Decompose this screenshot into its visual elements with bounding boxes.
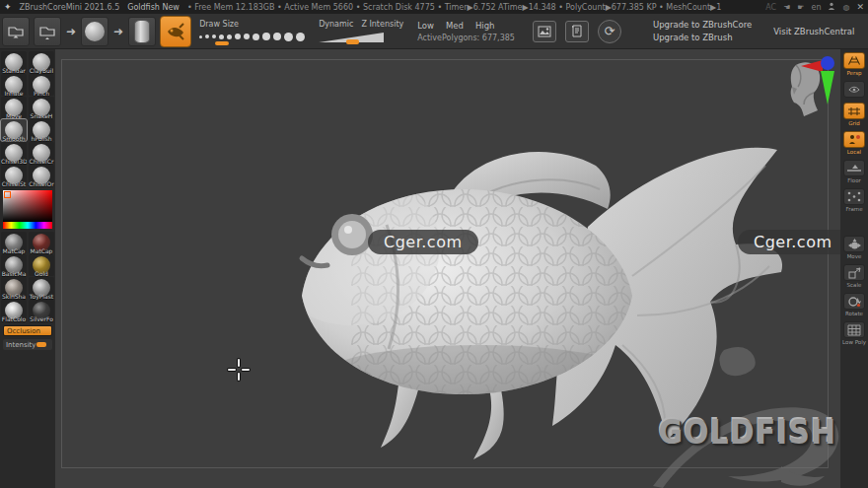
brush-label: SnakeH (29, 112, 54, 119)
brush-pinch[interactable]: Pinch (29, 74, 54, 96)
material-silverfo[interactable]: SilverFo (29, 300, 54, 321)
goldfish-logo-text: GOLDFISH (658, 411, 836, 451)
upgrade-zbrushcore-link[interactable]: Upgrade to ZBrushCore (653, 20, 752, 30)
draw-size-dot[interactable] (199, 35, 202, 38)
brush-move[interactable]: Move (1, 97, 27, 118)
material-toyplast[interactable]: ToyPlast (29, 277, 54, 299)
draw-size-dot[interactable] (219, 35, 224, 39)
persp-icon (843, 52, 865, 69)
color-marker (4, 191, 11, 198)
rotate-icon (843, 293, 865, 310)
brush-palette: StandarClayBuilInflatePinchMoveSnakeHSmo… (1, 51, 54, 186)
material-matcap[interactable]: MatCap (1, 232, 27, 253)
local-button[interactable]: Local (843, 131, 865, 155)
brush-chiselst[interactable]: ChiselSt (1, 165, 27, 186)
user-icon[interactable] (828, 2, 835, 12)
draw-size-control[interactable]: Draw Size (199, 20, 305, 42)
brush-claybuil[interactable]: ClayBuil (29, 51, 54, 73)
brush-chiselor[interactable]: ChiselOr (29, 165, 54, 186)
axis-gizmo[interactable] (797, 53, 842, 108)
brush-label: ChiselOr (29, 180, 54, 187)
draw-size-label: Draw Size (199, 20, 305, 29)
rotate-button[interactable]: Rotate (843, 293, 865, 316)
draw-size-dot[interactable] (227, 35, 232, 39)
upgrade-zbrush-link[interactable]: Upgrade to ZBrush (653, 33, 752, 42)
material-label: BasicMa (1, 270, 27, 277)
hue-bar[interactable] (3, 222, 52, 229)
active-tool-button[interactable] (160, 16, 191, 47)
eye-button[interactable] (843, 81, 865, 98)
occlusion-button[interactable]: Occlusion (3, 325, 52, 336)
z-intensity-label: Z Intensity (361, 20, 403, 29)
draw-size-dot[interactable] (262, 33, 270, 40)
saturation-value-square[interactable] (3, 190, 52, 222)
brush-inflate[interactable]: Inflate (1, 74, 27, 96)
floor-button[interactable]: Floor (843, 160, 865, 183)
help-docs-button[interactable] (565, 21, 589, 42)
draw-size-dot[interactable] (235, 34, 241, 39)
open-file-button[interactable] (2, 17, 30, 46)
zbrushcoremini-window: ✦ ZBrushCoreMini 2021.6.5 Goldfish New •… (0, 0, 868, 488)
draw-size-dot[interactable] (284, 33, 293, 41)
material-skinsha[interactable]: SkinSha (1, 277, 27, 299)
local-icon (843, 131, 865, 148)
visit-zbrushcentral-link[interactable]: Visit ZBrushCentral (773, 27, 854, 36)
draw-size-dot[interactable] (244, 34, 250, 39)
tray-item-label: Local (847, 149, 861, 155)
draw-size-handle[interactable] (215, 41, 229, 45)
intensity-slider[interactable]: Intensity (3, 339, 52, 350)
frame-button[interactable]: Frame (843, 188, 865, 212)
app-icon: ✦ (4, 2, 12, 12)
draw-size-dot[interactable] (205, 35, 209, 38)
tray-item-label: Floor (847, 177, 861, 183)
draw-size-dot[interactable] (253, 34, 259, 40)
top-toolbar: ➜ ➜ Draw Size DynamicZ Intensity Low Med… (0, 14, 868, 49)
material-gold[interactable]: Gold (29, 254, 54, 276)
restore-cylinder-button[interactable] (128, 17, 156, 46)
brush-smooth[interactable]: Smooth (1, 119, 27, 141)
brush-chisel3d[interactable]: Chisel3D (1, 142, 27, 164)
resolution-med-button[interactable]: Med (446, 21, 464, 31)
draw-size-slider[interactable] (199, 31, 305, 42)
resolution-high-button[interactable]: High (475, 21, 495, 31)
brush-chiselcr[interactable]: ChiselCr (29, 142, 54, 164)
dynamic-label[interactable]: Dynamic (319, 20, 353, 29)
material-matcap[interactable]: MatCap (29, 232, 54, 253)
save-file-button[interactable] (34, 17, 61, 46)
brush-standar[interactable]: Standar (1, 51, 27, 73)
draw-size-dot[interactable] (296, 33, 305, 41)
scale-icon (843, 264, 865, 281)
brush-hpolish[interactable]: hPolish (29, 119, 54, 141)
low-poly-button[interactable]: Low Poly (842, 321, 866, 345)
language-indicator[interactable]: en (811, 3, 821, 12)
brush-label: Pinch (29, 90, 54, 97)
web-icon[interactable]: ◍ (842, 3, 849, 12)
brush-label: hPolish (29, 135, 54, 142)
material-flatcolo[interactable]: FlatColo (1, 300, 27, 321)
persp-button[interactable]: Persp (843, 52, 865, 76)
brush-snakeh[interactable]: SnakeH (29, 97, 54, 118)
close-icon[interactable]: ✕ (856, 2, 864, 12)
hand-right-icon[interactable]: ☛ (797, 3, 804, 12)
z-intensity-slider[interactable] (319, 33, 384, 42)
restore-sphere-button[interactable] (81, 17, 108, 46)
material-label: Gold (29, 270, 54, 277)
sync-refresh-button[interactable]: ⟳ (598, 20, 621, 43)
draw-size-dot[interactable] (273, 33, 281, 40)
move-button[interactable]: Move (843, 236, 865, 259)
sculpt-canvas[interactable]: Cger.com Cger.com GOLDFISH (55, 49, 840, 488)
grid-button[interactable]: Grid (843, 103, 865, 126)
material-label: ToyPlast (29, 293, 54, 300)
hand-left-icon[interactable]: ☚ (783, 3, 790, 12)
right-tray: PerspGridLocalFloorFrameMoveScaleRotateL… (840, 49, 868, 488)
material-basicma[interactable]: BasicMa (1, 254, 27, 276)
color-picker[interactable] (3, 190, 52, 229)
z-intensity-handle[interactable] (346, 39, 359, 44)
draw-size-dot[interactable] (212, 35, 216, 38)
scale-button[interactable]: Scale (843, 264, 865, 288)
export-image-button[interactable] (533, 21, 556, 42)
z-intensity-control[interactable]: DynamicZ Intensity (319, 20, 403, 42)
intensity-handle[interactable] (36, 342, 46, 347)
sphere-icon (85, 22, 105, 41)
resolution-low-button[interactable]: Low (417, 21, 434, 31)
